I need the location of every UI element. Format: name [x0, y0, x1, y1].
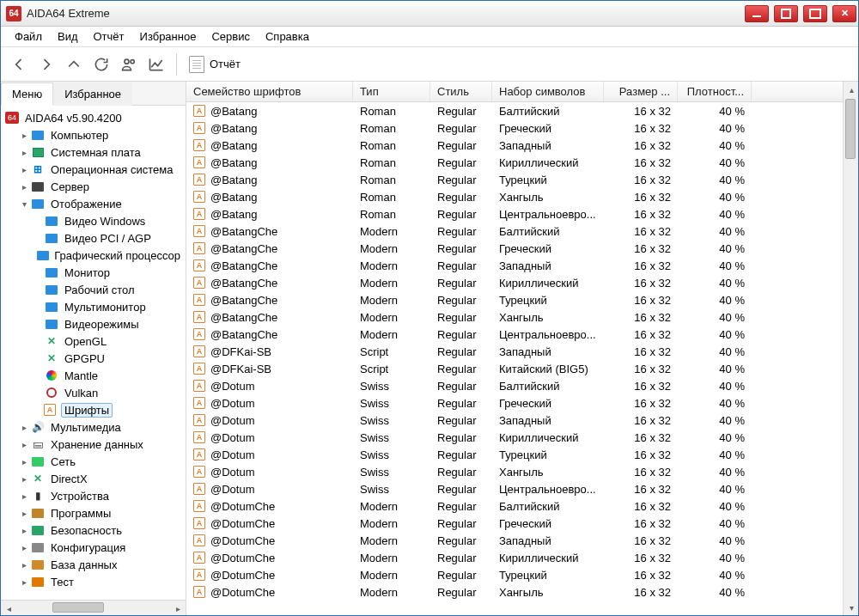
table-row[interactable]: A@BatangCheModernRegularХангыль16 x 3240…: [186, 308, 843, 326]
grid-vscroll[interactable]: ▴ ▾: [843, 82, 858, 615]
grid-rows[interactable]: A@BatangRomanRegularБалтийский16 x 3240 …: [186, 102, 843, 615]
window-title: AIDA64 Extreme: [27, 7, 745, 20]
scroll-up-icon[interactable]: ▴: [844, 82, 859, 97]
tree-item[interactable]: ▸Безопасность: [1, 521, 186, 539]
table-row[interactable]: A@BatangCheModernRegularЗападный16 x 324…: [186, 257, 843, 274]
users-button[interactable]: [116, 52, 142, 77]
tree-item[interactable]: ▸Сервер: [1, 178, 186, 195]
close-button[interactable]: [832, 5, 856, 22]
table-row[interactable]: A@DotumSwissRegularГреческий16 x 3240 %: [186, 394, 843, 412]
table-row[interactable]: A@BatangRomanRegularБалтийский16 x 3240 …: [186, 102, 843, 119]
menubar: Файл Вид Отчёт Избранное Сервис Справка: [1, 27, 858, 47]
tree-item[interactable]: Рабочий стол: [1, 281, 186, 298]
tree-item[interactable]: ▸Программы: [1, 504, 186, 521]
table-row[interactable]: A@BatangRomanRegularХангыль16 x 3240 %: [186, 188, 843, 205]
tab-favorites[interactable]: Избранное: [53, 82, 132, 106]
col-style[interactable]: Стиль: [430, 82, 492, 101]
scroll-thumb[interactable]: [845, 99, 856, 159]
tree-item[interactable]: Мультимонитор: [1, 298, 186, 315]
table-row[interactable]: A@DFKai-SBScriptRegularЗападный16 x 3240…: [186, 343, 843, 360]
body: Меню Избранное 64AIDA64 v5.90.4200▸Компь…: [1, 82, 858, 615]
tree[interactable]: 64AIDA64 v5.90.4200▸Компьютер▸Системная …: [1, 106, 186, 600]
col-size[interactable]: Размер ...: [604, 82, 678, 101]
titlebar: 64 AIDA64 Extreme: [1, 1, 858, 27]
tree-item[interactable]: Монитор: [1, 264, 186, 281]
scroll-left-icon[interactable]: ◂: [1, 601, 16, 616]
tree-item[interactable]: Видео PCI / AGP: [1, 229, 186, 247]
col-family[interactable]: Семейство шрифтов: [186, 82, 353, 101]
maximize-button[interactable]: [803, 5, 827, 22]
tree-item[interactable]: ▸Системная плата: [1, 143, 186, 161]
tree-item[interactable]: ✕GPGPU: [1, 350, 186, 367]
graph-button[interactable]: [143, 52, 169, 77]
back-button[interactable]: [6, 52, 32, 77]
table-row[interactable]: A@BatangCheModernRegularЦентральноевро..…: [186, 326, 843, 343]
table-row[interactable]: A@DotumCheModernRegularБалтийский16 x 32…: [186, 497, 843, 515]
table-row[interactable]: A@DotumSwissRegularХангыль16 x 3240 %: [186, 463, 843, 480]
tree-item[interactable]: ▸🖴Хранение данных: [1, 436, 186, 453]
col-charset[interactable]: Набор символов: [492, 82, 604, 101]
up-button[interactable]: [61, 52, 87, 77]
col-type[interactable]: Тип: [353, 82, 430, 101]
table-row[interactable]: A@DotumSwissRegularЗападный16 x 3240 %: [186, 412, 843, 429]
menu-help[interactable]: Справка: [259, 28, 316, 45]
table-row[interactable]: A@DFKai-SBScriptRegularКитайский (BIG5)1…: [186, 360, 843, 377]
scroll-thumb[interactable]: [52, 602, 104, 613]
table-row[interactable]: A@DotumSwissRegularБалтийский16 x 3240 %: [186, 377, 843, 394]
table-row[interactable]: A@BatangRomanRegularЗападный16 x 3240 %: [186, 137, 843, 154]
table-row[interactable]: A@DotumCheModernRegularЗападный16 x 3240…: [186, 532, 843, 549]
tree-item[interactable]: ✕OpenGL: [1, 332, 186, 350]
tree-item[interactable]: ▸Сеть: [1, 453, 186, 470]
forward-button[interactable]: [34, 52, 59, 77]
table-row[interactable]: A@DotumCheModernRegularТурецкий16 x 3240…: [186, 566, 843, 583]
tree-item[interactable]: ▸✕DirectX: [1, 470, 186, 487]
scroll-down-icon[interactable]: ▾: [844, 600, 859, 615]
menu-favorites[interactable]: Избранное: [133, 28, 204, 45]
tree-item[interactable]: ▸Тест: [1, 573, 186, 590]
table-row[interactable]: A@DotumSwissRegularКириллический16 x 324…: [186, 429, 843, 446]
table-row[interactable]: A@BatangCheModernRegularГреческий16 x 32…: [186, 240, 843, 257]
table-row[interactable]: A@DotumCheModernRegularГреческий16 x 324…: [186, 515, 843, 532]
table-row[interactable]: A@BatangRomanRegularТурецкий16 x 3240 %: [186, 171, 843, 188]
table-row[interactable]: A@BatangCheModernRegularТурецкий16 x 324…: [186, 291, 843, 308]
scroll-right-icon[interactable]: ▸: [170, 601, 186, 616]
tree-item[interactable]: Графический процессор: [1, 247, 186, 264]
table-row[interactable]: A@BatangRomanRegularКириллический16 x 32…: [186, 154, 843, 171]
table-row[interactable]: A@DotumSwissRegularЦентральноевро...16 x…: [186, 480, 843, 497]
table-row[interactable]: A@BatangCheModernRegularБалтийский16 x 3…: [186, 223, 843, 240]
menu-view[interactable]: Вид: [51, 28, 85, 45]
tree-item[interactable]: ▸🔊Мультимедиа: [1, 418, 186, 436]
table-row[interactable]: A@DotumCheModernRegularКириллический16 x…: [186, 549, 843, 566]
app-icon: 64: [6, 6, 21, 21]
tab-menu[interactable]: Меню: [1, 82, 53, 106]
tree-item[interactable]: AШрифты: [1, 401, 186, 418]
refresh-button[interactable]: [88, 52, 114, 77]
tree-item[interactable]: Видео Windows: [1, 212, 186, 229]
table-row[interactable]: A@DotumSwissRegularТурецкий16 x 3240 %: [186, 446, 843, 463]
minimize-button[interactable]: [745, 5, 769, 22]
menu-report[interactable]: Отчёт: [87, 28, 131, 45]
sidebar-hscroll[interactable]: ◂ ▸: [1, 600, 186, 615]
table-row[interactable]: A@BatangRomanRegularЦентральноевро...16 …: [186, 205, 843, 223]
col-density[interactable]: Плотност...: [678, 82, 752, 101]
tree-root[interactable]: 64AIDA64 v5.90.4200: [1, 109, 186, 126]
table-row[interactable]: A@DotumCheModernRegularХангыль16 x 3240 …: [186, 583, 843, 601]
tree-item[interactable]: ▸▮Устройства: [1, 487, 186, 504]
svg-point-1: [131, 59, 134, 63]
menu-service[interactable]: Сервис: [204, 28, 257, 45]
tree-item[interactable]: ▸Конфигурация: [1, 539, 186, 556]
tree-item[interactable]: Mantle: [1, 367, 186, 384]
menu-file[interactable]: Файл: [8, 28, 49, 45]
table-row[interactable]: A@BatangRomanRegularГреческий16 x 3240 %: [186, 119, 843, 137]
document-icon: [189, 56, 204, 73]
app-window: 64 AIDA64 Extreme Файл Вид Отчёт Избранн…: [0, 0, 859, 616]
restore-button[interactable]: [774, 5, 798, 22]
table-row[interactable]: A@BatangCheModernRegularКириллический16 …: [186, 274, 843, 291]
report-button[interactable]: Отчёт: [182, 52, 247, 76]
tree-item[interactable]: Vulkan: [1, 384, 186, 401]
tree-item[interactable]: ▸Компьютер: [1, 126, 186, 143]
tree-item[interactable]: Видеорежимы: [1, 315, 186, 332]
tree-item[interactable]: ▸⊞Операционная система: [1, 161, 186, 178]
tree-item[interactable]: ▾Отображение: [1, 195, 186, 212]
tree-item[interactable]: ▸База данных: [1, 556, 186, 573]
